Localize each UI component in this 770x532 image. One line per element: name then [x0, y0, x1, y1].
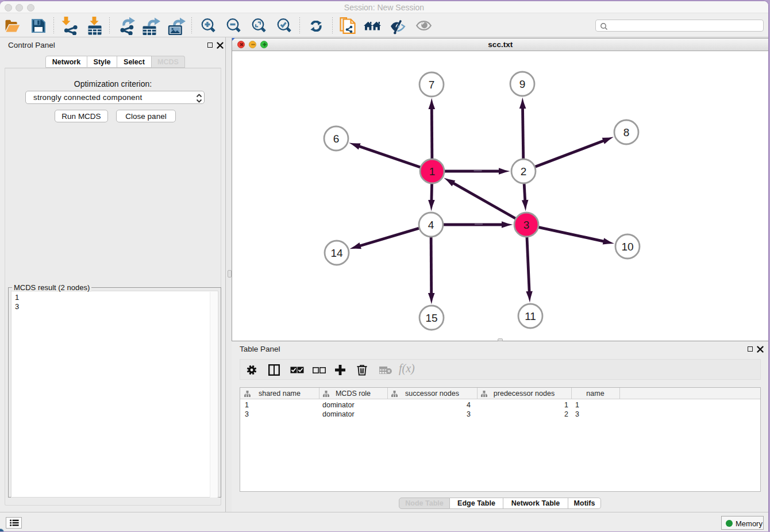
svg-text:10: 10: [621, 240, 633, 252]
svg-text:15: 15: [425, 311, 437, 323]
svg-text:1: 1: [429, 165, 436, 177]
svg-text:7: 7: [429, 78, 435, 90]
svg-text:2: 2: [521, 165, 527, 177]
svg-text:8: 8: [623, 126, 630, 138]
svg-text:11: 11: [525, 310, 536, 322]
svg-text:4: 4: [428, 218, 434, 230]
svg-text:9: 9: [519, 78, 526, 90]
svg-text:6: 6: [333, 132, 340, 144]
svg-text:14: 14: [330, 246, 343, 259]
svg-text:3: 3: [523, 218, 530, 230]
